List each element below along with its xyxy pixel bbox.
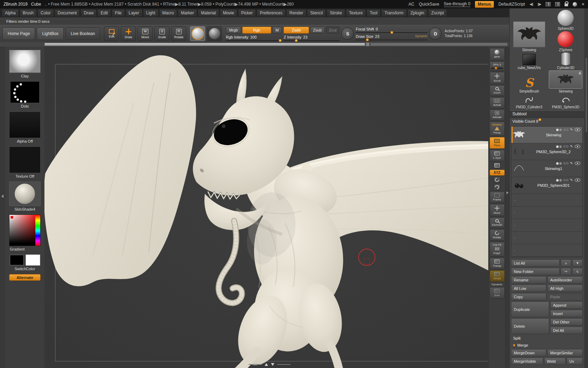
menu-item-draw[interactable]: Draw — [80, 9, 97, 17]
duplicate-button[interactable]: Duplicate — [511, 301, 549, 317]
visibility-eye-icon[interactable] — [575, 162, 580, 165]
slider-handle[interactable] — [366, 38, 369, 41]
draw-size-ring-button[interactable]: D — [429, 27, 442, 40]
redo-arrow-button[interactable]: ↪ — [561, 268, 571, 275]
color-picker[interactable]: Gradient — [9, 214, 41, 251]
panel-right-icon[interactable] — [555, 2, 560, 6]
del-other-button[interactable]: Del Other — [550, 318, 583, 326]
xyz-button[interactable]: XYZ — [490, 170, 505, 176]
subtool-empty-slot[interactable]: - — [511, 232, 582, 244]
dots-stroke-thumb[interactable] — [10, 81, 40, 103]
lightbox-button[interactable]: LightBox — [37, 27, 64, 40]
zoom3d-button[interactable]: Zoom3D — [490, 217, 505, 228]
dock-left-icon[interactable]: ◀||| — [530, 2, 533, 6]
ghost-button[interactable]: Ghost — [490, 270, 505, 282]
panel-scrollbar[interactable] — [584, 8, 588, 368]
panel-left-icon[interactable] — [546, 2, 551, 6]
scrollbar-track[interactable] — [370, 43, 507, 46]
sculpt-model[interactable] — [44, 47, 488, 368]
slider-handle[interactable] — [279, 39, 282, 42]
draw-button[interactable]: Draw — [121, 26, 136, 41]
subtool-empty-slot[interactable]: - — [511, 206, 582, 219]
scale-button[interactable]: S Scale — [154, 26, 169, 41]
menu-item-layer[interactable]: Layer — [126, 9, 142, 17]
move-down-button[interactable]: ▼ — [572, 259, 583, 267]
menu-item-macro[interactable]: Macro — [159, 9, 177, 17]
uv-toggle-icon[interactable] — [564, 179, 568, 181]
focal-shift-slider[interactable]: Focal Shift 0 — [356, 27, 427, 33]
hue-strip[interactable] — [35, 215, 40, 246]
all-low-button[interactable]: All Low — [511, 285, 546, 292]
del-all-button[interactable]: Del All — [550, 327, 583, 334]
menu-item-render[interactable]: Render — [286, 9, 306, 17]
list-all-button[interactable]: List All — [511, 259, 560, 267]
menu-item-tool[interactable]: Tool — [366, 9, 380, 17]
default-zscript-button[interactable]: DefaultZScript — [498, 2, 525, 7]
tray-collapse-arrow-icon[interactable] — [1, 195, 4, 198]
menus-button[interactable]: Menus — [475, 1, 494, 8]
secondary-material-button[interactable] — [207, 26, 222, 41]
rgb-button[interactable]: Rgb — [242, 27, 272, 34]
menu-item-color[interactable]: Color — [37, 9, 54, 17]
pivot-button[interactable] — [493, 162, 500, 169]
material-selector[interactable]: SkinShade4 — [9, 182, 41, 211]
menu-item-stroke[interactable]: Stroke — [327, 9, 345, 17]
rename-button[interactable]: Rename — [511, 276, 546, 284]
tool-item-skinwing-active[interactable]: 4 Skinwing — [548, 70, 583, 93]
rotate-button[interactable]: R Rotate — [171, 26, 186, 41]
alpha-selector[interactable]: Alpha Off — [9, 111, 41, 143]
brush-icon[interactable]: ✎ — [570, 128, 573, 131]
menu-item-alpha[interactable]: Alpha — [2, 9, 19, 17]
all-high-button[interactable]: All High — [547, 285, 583, 292]
menu-item-stencil[interactable]: Stencil — [307, 9, 326, 17]
close-icon[interactable]: × — [582, 2, 584, 7]
autoreorder-button[interactable]: AutoReorder — [547, 276, 583, 284]
move-button[interactable]: M Move — [138, 26, 153, 41]
alpha-off-thumb[interactable] — [9, 111, 41, 138]
see-through-slider[interactable]: See-through 0 — [444, 1, 470, 7]
branch-arrow-button[interactable]: ↳ — [572, 268, 583, 275]
lock-icon[interactable] — [565, 4, 568, 6]
saturation-square[interactable] — [9, 215, 35, 246]
ac-button[interactable]: AC — [408, 2, 414, 7]
panel-scrollbar-thumb[interactable] — [585, 57, 588, 133]
brush-icon[interactable]: ✎ — [570, 162, 573, 165]
spix-slider[interactable]: SPix 3 — [490, 61, 505, 71]
tool-item-sphere3d[interactable]: Sphere3D — [548, 10, 583, 30]
slider-handle[interactable] — [538, 118, 541, 121]
switch-color[interactable]: SwitchColor — [9, 254, 40, 271]
zcut-button[interactable]: Zcut — [326, 27, 340, 34]
alternate-button[interactable]: Alternate — [9, 274, 41, 281]
main-color-swatch[interactable] — [9, 254, 24, 266]
sculpt-canvas[interactable] — [44, 47, 488, 368]
insert-button[interactable]: Insert — [550, 310, 583, 317]
uv-toggle-icon[interactable] — [564, 162, 568, 164]
new-folder-button[interactable]: New Folder — [511, 268, 560, 275]
scroll-button[interactable]: Scroll — [490, 72, 505, 84]
subtool-row-skinwing[interactable]: ✎ Skinwing — [511, 127, 582, 143]
move3d-button[interactable]: Move — [490, 204, 505, 216]
menu-item-texture[interactable]: Texture — [346, 9, 366, 17]
brush-icon[interactable]: ✎ — [570, 145, 573, 148]
rgb-intensity-slider[interactable]: Rgb Intensity 100 — [226, 35, 282, 41]
home-page-button[interactable]: Home Page — [2, 27, 35, 40]
tool-item-skinwing[interactable]: Skinwing — [512, 10, 547, 52]
spix-handle[interactable] — [495, 67, 497, 69]
brush-selector[interactable]: Clay — [9, 50, 41, 78]
frame-button[interactable]: Frame — [490, 191, 505, 203]
menu-item-zplugin[interactable]: Zplugin — [407, 9, 427, 17]
menu-item-marker[interactable]: Marker — [178, 9, 197, 17]
rotate-ccw-icon-button[interactable] — [493, 184, 500, 190]
slider-handle[interactable] — [295, 39, 298, 42]
draw-size-slider[interactable]: Draw Size 23 Dynamic — [356, 34, 427, 40]
merge-visible-button[interactable]: MergeVisible — [511, 357, 543, 365]
polypaint-toggle-icon[interactable] — [556, 145, 562, 148]
gradient-picker[interactable] — [9, 214, 41, 246]
uv-button[interactable]: Uv — [567, 357, 583, 365]
polypaint-toggle-icon[interactable] — [556, 179, 562, 182]
visibility-eye-icon[interactable] — [575, 178, 580, 182]
menu-item-document[interactable]: Document — [55, 9, 80, 17]
current-material-button[interactable] — [190, 26, 205, 41]
dock-right-icon[interactable]: |||▶ — [538, 2, 541, 6]
merge-similar-button[interactable]: MergeSimilar — [547, 349, 583, 356]
